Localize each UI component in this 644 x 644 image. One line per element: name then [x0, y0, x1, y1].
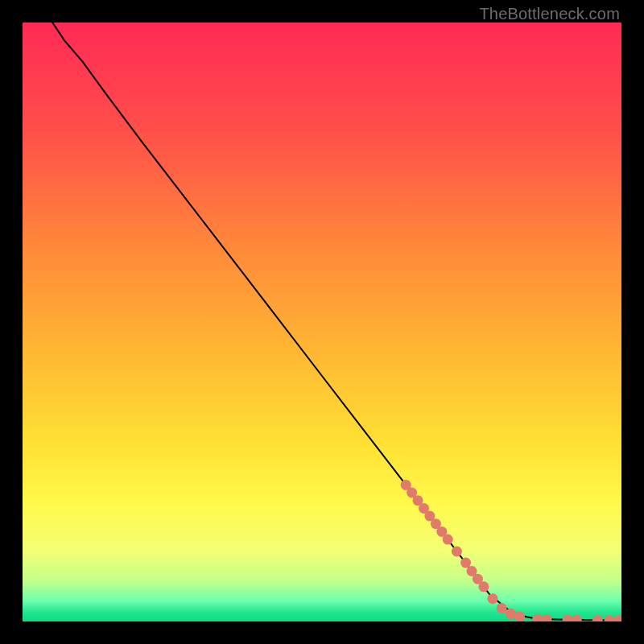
data-point — [506, 609, 516, 619]
data-point — [563, 614, 573, 621]
data-point — [488, 593, 498, 604]
data-point — [460, 558, 471, 568]
data-point — [572, 615, 582, 621]
data-point — [532, 614, 543, 622]
data-point — [452, 547, 462, 557]
chart-stage: TheBottleneck.com — [0, 0, 644, 644]
data-point — [613, 615, 621, 621]
data-point — [443, 535, 453, 545]
salmon-dot-series — [401, 480, 621, 621]
curve-layer — [23, 23, 621, 621]
data-point — [514, 612, 525, 622]
watermark-text: TheBottleneck.com — [479, 5, 620, 23]
data-point — [497, 603, 507, 613]
plot-area — [23, 23, 621, 621]
data-point — [605, 615, 615, 621]
data-point — [592, 615, 603, 621]
data-point — [478, 581, 489, 592]
data-point — [542, 614, 552, 621]
main-curve — [52, 23, 621, 621]
